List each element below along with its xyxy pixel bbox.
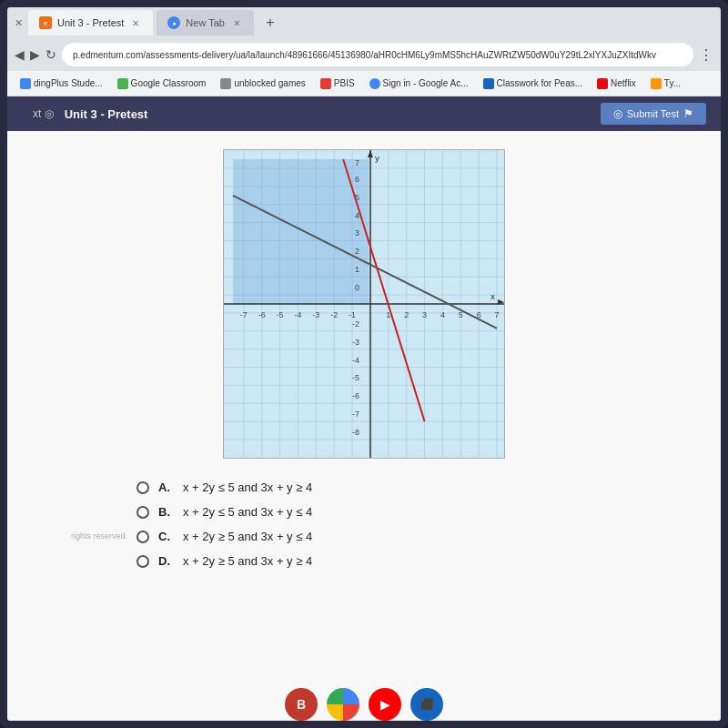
bookmark-label-ty: Ty...	[664, 78, 681, 88]
bookmark-label-dingplus: dingPlus Stude...	[34, 78, 103, 88]
address-bar: ◀ ▶ ↻ p.edmentum.com/assessments-deliver…	[7, 38, 721, 71]
bookmark-ty[interactable]: Ty...	[645, 76, 686, 91]
monitor: ✕ e Unit 3 - Pretest ✕ ● New Tab ✕ + ◀ ▶…	[0, 0, 728, 728]
page-title: Unit 3 - Pretest	[65, 107, 148, 121]
bookmark-label-netflix: Netflix	[611, 78, 636, 88]
menu-button[interactable]: ⋮	[699, 46, 713, 64]
svg-text:2: 2	[355, 247, 359, 256]
bookmark-icon-pbis	[320, 78, 331, 89]
bookmark-icon-netflix	[597, 78, 608, 89]
svg-text:3: 3	[422, 310, 427, 319]
forward-button[interactable]: ▶	[30, 47, 40, 62]
svg-text:-6: -6	[258, 310, 266, 319]
answer-label-C: C.	[158, 530, 170, 543]
reload-button[interactable]: ↻	[46, 47, 56, 62]
radio-B[interactable]	[136, 506, 149, 519]
svg-text:-5: -5	[277, 310, 284, 319]
y-axis-label: y	[375, 153, 379, 163]
bookmark-label-classwork: Classwork for Peas...	[497, 78, 582, 88]
submit-label: Submit Test	[627, 108, 679, 119]
tab-unit3-pretest[interactable]: e Unit 3 - Pretest ✕	[28, 10, 153, 35]
bookmark-google-signin[interactable]: Sign in - Google Ac...	[364, 76, 474, 91]
tab-close-prev[interactable]: ✕	[15, 17, 23, 29]
svg-text:3: 3	[355, 228, 359, 238]
svg-text:-6: -6	[352, 391, 359, 400]
tab-close-newtab[interactable]: ✕	[230, 16, 243, 29]
answer-choice-A[interactable]: A. x + 2y ≤ 5 and 3x + y ≥ 4	[136, 480, 592, 494]
title-bar: ✕ e Unit 3 - Pretest ✕ ● New Tab ✕ +	[7, 7, 721, 38]
svg-text:1: 1	[355, 265, 359, 274]
svg-text:7: 7	[495, 310, 500, 319]
answer-label-A: A.	[158, 480, 170, 494]
bookmark-label-pbis: PBIS	[334, 78, 355, 88]
tab-icon-newtab: ●	[167, 16, 180, 29]
taskbar-icon-app4[interactable]: ⬛	[410, 688, 443, 721]
svg-text:-8: -8	[352, 428, 359, 437]
url-box[interactable]: p.edmentum.com/assessments-delivery/ua/l…	[62, 43, 693, 66]
answer-text-D: x + 2y ≥ 5 and 3x + y ≥ 4	[183, 554, 312, 568]
svg-text:-1: -1	[349, 310, 356, 319]
tab-label-unit3: Unit 3 - Pretest	[57, 17, 124, 28]
bookmark-icon-ty	[651, 78, 662, 89]
svg-text:-4: -4	[294, 310, 301, 319]
submit-test-button[interactable]: ◎ Submit Test ⚑	[601, 103, 706, 125]
nav-xt[interactable]: xt ◎	[22, 102, 65, 126]
tab-newtab[interactable]: ● New Tab ✕	[157, 10, 254, 35]
bookmark-label-games: unblocked games	[234, 78, 305, 88]
page-content: xt ◎ Unit 3 - Pretest ◎ Submit Test ⚑	[7, 96, 721, 721]
question-area: x y 1 2 3 4 5 6 7 0 -2	[7, 131, 721, 721]
bookmark-icon-classroom	[117, 78, 128, 89]
svg-text:4: 4	[440, 310, 445, 319]
edmentum-header: xt ◎ Unit 3 - Pretest ◎ Submit Test ⚑	[7, 96, 721, 131]
url-text: p.edmentum.com/assessments-delivery/ua/l…	[73, 50, 656, 60]
tab-icon-unit3: e	[39, 16, 52, 29]
flag-icon: ⚑	[683, 107, 693, 120]
svg-text:-7: -7	[240, 310, 248, 319]
taskbar-chrome-icon[interactable]	[327, 688, 359, 721]
answer-choice-D[interactable]: D. x + 2y ≥ 5 and 3x + y ≥ 4	[136, 554, 592, 568]
tab-label-newtab: New Tab	[186, 17, 225, 28]
svg-text:7: 7	[355, 158, 359, 167]
bookmark-label-classroom: Google Classroom	[131, 78, 207, 88]
bookmark-label-google: Sign in - Google Ac...	[383, 78, 469, 88]
back-button[interactable]: ◀	[15, 47, 25, 62]
bookmark-pbis[interactable]: PBIS	[315, 76, 360, 91]
bookmark-icon-dingplus	[20, 78, 31, 89]
taskbar-icon-app1[interactable]: B	[285, 688, 318, 721]
bookmark-icon-classwork	[483, 78, 494, 89]
taskbar-youtube-icon[interactable]: ▶	[369, 688, 401, 721]
graph-container: x y 1 2 3 4 5 6 7 0 -2	[223, 149, 505, 459]
taskbar: B ▶ ⬛	[285, 688, 443, 721]
bookmarks-bar: dingPlus Stude... Google Classroom unblo…	[7, 71, 721, 96]
bookmark-icon-google	[369, 78, 380, 89]
answer-text-C: x + 2y ≥ 5 and 3x + y ≤ 4	[183, 530, 312, 543]
answer-text-B: x + 2y ≤ 5 and 3x + y ≤ 4	[183, 505, 312, 519]
svg-text:-2: -2	[330, 310, 338, 319]
svg-text:-4: -4	[352, 356, 359, 365]
shaded-region	[233, 159, 369, 304]
svg-text:-2: -2	[352, 319, 359, 329]
bookmark-dingplus[interactable]: dingPlus Stude...	[15, 76, 108, 91]
bookmark-google-classroom[interactable]: Google Classroom	[112, 76, 212, 91]
answer-label-B: B.	[158, 505, 170, 519]
answer-choices: A. x + 2y ≤ 5 and 3x + y ≥ 4 B. x + 2y ≤…	[136, 480, 592, 568]
answer-label-D: D.	[158, 554, 170, 568]
radio-A[interactable]	[136, 481, 149, 494]
bookmark-classwork[interactable]: Classwork for Peas...	[478, 76, 588, 91]
svg-text:-7: -7	[352, 410, 359, 419]
radio-C[interactable]	[136, 531, 149, 543]
bookmark-unblocked-games[interactable]: unblocked games	[215, 76, 310, 91]
graph-svg: x y 1 2 3 4 5 6 7 0 -2	[224, 150, 504, 458]
tab-close-unit3[interactable]: ✕	[129, 16, 142, 29]
svg-text:6: 6	[355, 175, 359, 184]
new-tab-button[interactable]: +	[258, 10, 283, 35]
answer-choice-B[interactable]: B. x + 2y ≤ 5 and 3x + y ≤ 4	[136, 505, 592, 519]
svg-text:-3: -3	[352, 338, 359, 347]
radio-D[interactable]	[136, 555, 149, 568]
svg-text:-3: -3	[312, 310, 319, 319]
svg-text:-5: -5	[352, 373, 359, 382]
answer-text-A: x + 2y ≤ 5 and 3x + y ≥ 4	[183, 480, 312, 494]
bookmark-netflix[interactable]: Netflix	[592, 76, 642, 91]
browser-window: ✕ e Unit 3 - Pretest ✕ ● New Tab ✕ + ◀ ▶…	[7, 7, 721, 721]
answer-choice-C[interactable]: C. x + 2y ≥ 5 and 3x + y ≤ 4	[136, 530, 592, 543]
